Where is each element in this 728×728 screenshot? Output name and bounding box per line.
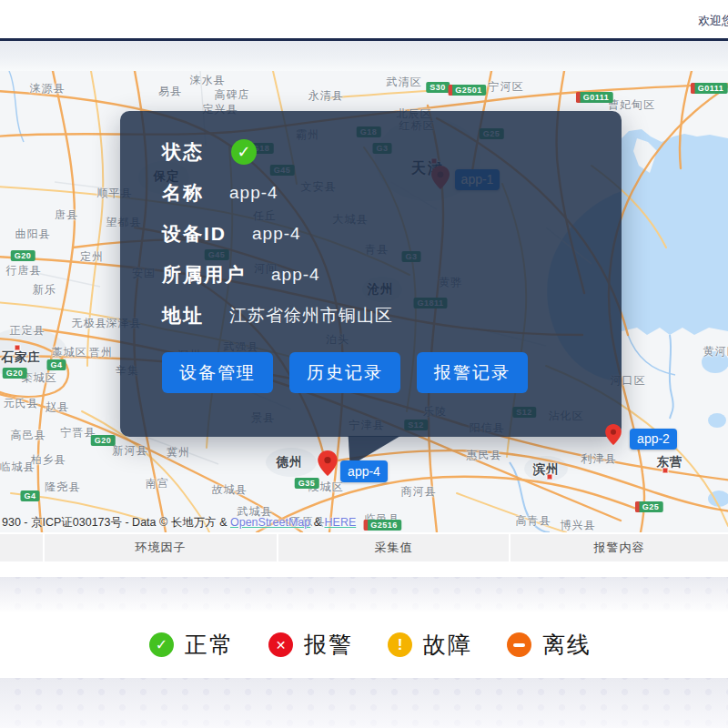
alarm-x-icon bbox=[268, 632, 293, 657]
osm-link[interactable]: OpenStreetMap bbox=[230, 516, 310, 529]
attribution-text: 930 - 京ICP证030173号 - Data © 长地万方 & bbox=[2, 516, 230, 529]
road-shield: G35 bbox=[295, 478, 319, 489]
address-label: 地址 bbox=[162, 303, 204, 329]
column-header-empty bbox=[0, 534, 43, 561]
road-shield: G2501 bbox=[448, 85, 486, 96]
device-info-popup: 状态 名称 app-4 设备ID app-4 所属用户 app-4 地址 江苏省… bbox=[120, 111, 622, 437]
road-shield: G4 bbox=[46, 359, 66, 370]
offline-minus-icon bbox=[507, 632, 531, 657]
alarm-record-button[interactable]: 报警记录 bbox=[417, 352, 528, 393]
fault-exclamation-icon bbox=[388, 632, 412, 657]
road-shield: G20 bbox=[91, 435, 116, 446]
marker-label-app-4[interactable]: app-4 bbox=[340, 460, 388, 482]
owner-label: 所属用户 bbox=[162, 262, 246, 288]
road-shield: G20 bbox=[11, 250, 35, 261]
column-header-value: 采集值 bbox=[278, 534, 509, 561]
owner-value: app-4 bbox=[271, 265, 320, 285]
device-id-value: app-4 bbox=[252, 224, 301, 244]
device-map-page: 欢迎您 bbox=[0, 0, 728, 728]
road-shield: G0111 bbox=[576, 92, 613, 103]
footer-dot-band bbox=[0, 678, 728, 728]
legend-item-offline: 离线 bbox=[507, 630, 592, 660]
legend-item-alarm: 报警 bbox=[268, 630, 353, 660]
road-shield: G0111 bbox=[691, 83, 728, 94]
column-header-factor: 环境因子 bbox=[45, 534, 277, 561]
map-attribution: 930 - 京ICP证030173号 - Data © 长地万方 & OpenS… bbox=[2, 515, 356, 531]
status-label: 状态 bbox=[162, 139, 204, 165]
map-marker-app-2[interactable] bbox=[605, 424, 622, 449]
address-value: 江苏省徐州市铜山区 bbox=[229, 304, 393, 328]
pin-icon bbox=[605, 424, 622, 445]
welcome-text: 欢迎您 bbox=[698, 13, 728, 29]
map-marker-app-4[interactable] bbox=[318, 450, 338, 480]
top-bar: 欢迎您 bbox=[0, 0, 728, 38]
status-legend: 正常 报警 故障 离线 bbox=[0, 612, 728, 678]
device-id-label: 设备ID bbox=[162, 221, 227, 247]
marker-label-app-2[interactable]: app-2 bbox=[630, 429, 677, 450]
legend-item-fault: 故障 bbox=[388, 630, 472, 660]
road-shield: G20 bbox=[3, 368, 27, 379]
road-shield: G4 bbox=[20, 490, 39, 501]
road-shield: G25 bbox=[635, 501, 663, 512]
legend-item-normal: 正常 bbox=[149, 630, 234, 660]
sub-header-band bbox=[0, 41, 728, 71]
device-manage-button[interactable]: 设备管理 bbox=[162, 352, 273, 393]
road-shield: S30 bbox=[426, 82, 450, 93]
table-header: 环境因子 采集值 报警内容 bbox=[0, 534, 728, 561]
road-shield: G2516 bbox=[363, 520, 401, 531]
normal-check-icon bbox=[149, 632, 174, 657]
history-record-button[interactable]: 历史记录 bbox=[289, 352, 400, 393]
name-value: app-4 bbox=[229, 183, 278, 203]
pin-icon bbox=[318, 450, 338, 476]
divider-dot-band bbox=[0, 577, 728, 612]
here-link[interactable]: HERE bbox=[325, 516, 357, 529]
name-label: 名称 bbox=[162, 180, 204, 206]
status-ok-icon bbox=[231, 139, 257, 165]
column-header-alarm: 报警内容 bbox=[511, 534, 728, 561]
map-canvas[interactable]: 涞源县易县涞水县高碑店定兴县永清县武清区宁河区曹妃甸区顺平县唐县望都县曲阳县定州… bbox=[0, 71, 728, 532]
